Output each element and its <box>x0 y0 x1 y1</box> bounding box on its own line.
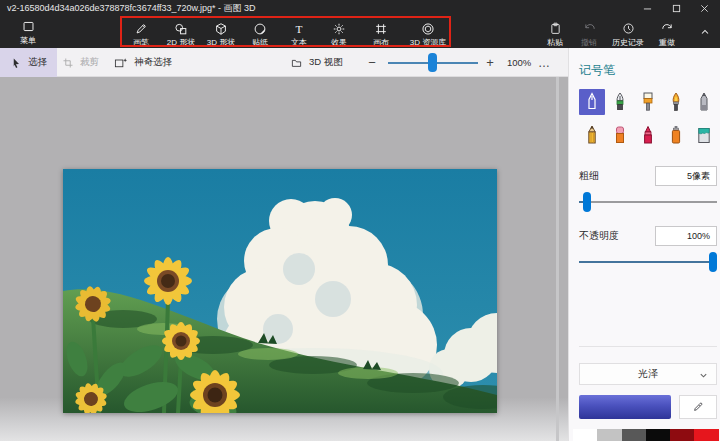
material-dropdown[interactable]: 光泽 <box>579 363 717 385</box>
crop-tool-button[interactable]: 裁剪 <box>62 48 99 77</box>
history-button[interactable]: 历史记录 <box>606 16 650 48</box>
zoom-out-button[interactable]: − <box>364 48 380 77</box>
crayon-icon <box>640 125 656 145</box>
magic-select-label: 神奇选择 <box>134 56 172 69</box>
palette-color[interactable] <box>573 429 597 441</box>
menu-label: 菜单 <box>20 35 36 46</box>
chevron-down-icon <box>699 371 708 382</box>
zoom-slider-thumb[interactable] <box>428 53 437 72</box>
brush-oil-brush[interactable] <box>635 89 661 115</box>
brush-pencil[interactable] <box>579 122 605 148</box>
brush-crayon[interactable] <box>635 122 661 148</box>
brush-fill[interactable] <box>691 122 717 148</box>
3d-view-button[interactable]: 3D 视图 <box>290 48 343 77</box>
cursor-icon <box>10 57 22 69</box>
menu-icon <box>22 19 35 34</box>
more-glyph: … <box>538 56 551 70</box>
magic-select-button[interactable]: 神奇选择 <box>114 48 172 77</box>
tool-sticker[interactable]: 贴纸 <box>241 16 279 48</box>
paste-button[interactable]: 粘贴 <box>538 16 572 48</box>
thickness-slider-thumb[interactable] <box>583 192 591 212</box>
action-buttons: 粘贴 撤销 历史记录 重做 <box>538 16 684 48</box>
opacity-slider-fill <box>579 261 711 263</box>
brush-grid <box>579 89 717 148</box>
canvas-icon <box>374 21 388 36</box>
maximize-button[interactable] <box>663 0 689 16</box>
tool-brush[interactable]: 画笔 <box>121 16 161 48</box>
opacity-input[interactable]: 100% <box>655 226 717 246</box>
eyedropper-icon <box>692 401 704 413</box>
oil-brush-icon <box>640 92 656 112</box>
zoom-in-button[interactable]: + <box>482 48 498 77</box>
3d-shapes-icon <box>214 21 228 36</box>
drawing-canvas[interactable] <box>63 169 497 413</box>
palette-color[interactable] <box>622 429 646 441</box>
window-title: v2-16580d4d34a026de378878fc3674ff33_720w… <box>7 2 256 15</box>
opacity-slider-thumb[interactable] <box>709 252 717 272</box>
close-icon <box>700 4 709 13</box>
brush-marker[interactable] <box>579 89 605 115</box>
palette-color[interactable] <box>670 429 694 441</box>
tool-canvas[interactable]: 画布 <box>359 16 403 48</box>
crop-label: 裁剪 <box>80 56 99 69</box>
brush-calligraphy-pen[interactable] <box>607 89 633 115</box>
magic-select-icon <box>114 57 128 69</box>
canvas-image[interactable] <box>63 169 497 413</box>
title-bar: v2-16580d4d34a026de378878fc3674ff33_720w… <box>0 0 720 16</box>
brush-pixel-pen[interactable] <box>691 89 717 115</box>
zoom-level-value: 100% <box>507 57 531 68</box>
panel-divider <box>579 346 717 347</box>
thickness-slider[interactable] <box>579 192 717 212</box>
tool-2d-shapes[interactable]: 2D 形状 <box>161 16 201 48</box>
3d-view-label: 3D 视图 <box>309 56 343 69</box>
palette-color[interactable] <box>694 429 718 441</box>
palette-color[interactable] <box>597 429 621 441</box>
more-options-button[interactable]: … <box>538 48 551 77</box>
opacity-label: 不透明度 <box>579 229 619 243</box>
paste-icon <box>549 21 562 36</box>
redo-button[interactable]: 重做 <box>650 16 684 48</box>
select-label: 选择 <box>28 56 47 69</box>
crop-icon <box>62 57 74 69</box>
tool-effects-label: 效果 <box>331 37 347 48</box>
tool-text[interactable]: T 文本 <box>279 16 319 48</box>
undo-button[interactable]: 撤销 <box>572 16 606 48</box>
tool-brush-label: 画笔 <box>133 37 149 48</box>
maximize-icon <box>672 4 681 13</box>
minimize-button[interactable] <box>634 0 660 16</box>
zoom-level-button[interactable]: 100% <box>507 48 531 77</box>
tool-3d-library-label: 3D 资源库 <box>410 37 446 48</box>
workspace-scrollbar[interactable] <box>556 77 559 441</box>
undo-label: 撤销 <box>581 37 597 48</box>
palette-color[interactable] <box>646 429 670 441</box>
eyedropper-button[interactable] <box>679 395 717 419</box>
watercolor-icon <box>668 92 684 112</box>
2d-shapes-icon <box>174 21 188 36</box>
tool-3d-shapes[interactable]: 3D 形状 <box>201 16 241 48</box>
chevron-up-icon <box>699 26 711 38</box>
3d-library-icon <box>421 21 435 36</box>
brush-panel: 记号笔 粗细 5像素 <box>568 48 720 441</box>
tool-effects[interactable]: 效果 <box>319 16 359 48</box>
collapse-ribbon-button[interactable] <box>694 22 716 42</box>
close-button[interactable] <box>691 0 717 16</box>
current-color-swatch[interactable] <box>579 395 671 419</box>
opacity-slider[interactable] <box>579 252 717 272</box>
tool-3d-library[interactable]: 3D 资源库 <box>403 16 453 48</box>
app-header: v2-16580d4d34a026de378878fc3674ff33_720w… <box>0 0 720 48</box>
brush-spray-can[interactable] <box>663 122 689 148</box>
redo-icon <box>661 21 674 36</box>
brush-icon <box>134 21 148 36</box>
pencil-icon <box>584 125 600 145</box>
history-icon <box>622 21 635 36</box>
effects-icon <box>332 21 346 36</box>
panel-title: 记号笔 <box>579 62 720 79</box>
canvas-workspace <box>0 77 568 441</box>
zoom-slider[interactable] <box>388 48 478 77</box>
brush-watercolor[interactable] <box>663 89 689 115</box>
tool-3d-shapes-label: 3D 形状 <box>207 37 235 48</box>
menu-button[interactable]: 菜单 <box>9 19 47 46</box>
select-tool-button[interactable]: 选择 <box>0 48 57 77</box>
thickness-input[interactable]: 5像素 <box>655 166 717 186</box>
brush-eraser[interactable] <box>607 122 633 148</box>
